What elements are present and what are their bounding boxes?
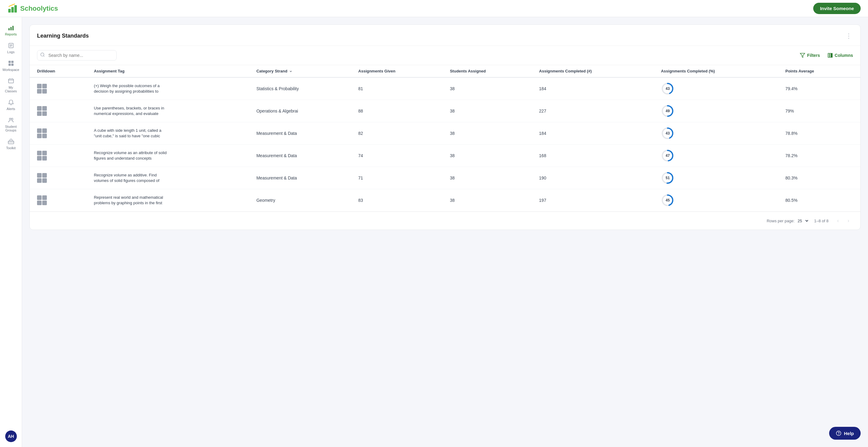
more-options-button[interactable]: ⋮ bbox=[844, 31, 853, 41]
drilldown-icon[interactable] bbox=[37, 195, 47, 205]
columns-icon bbox=[827, 53, 833, 58]
completed-num-cell: 190 bbox=[534, 167, 656, 189]
sidebar-item-my-classes-label: My Classes bbox=[2, 85, 20, 93]
table-row: Recognize volume as an attribute of soli… bbox=[30, 145, 860, 167]
tag-cell: Use parentheses, brackets, or braces in … bbox=[89, 100, 252, 122]
sidebar-item-alerts[interactable]: Alerts bbox=[1, 97, 21, 113]
invite-someone-button[interactable]: Invite Someone bbox=[813, 3, 861, 14]
toolkit-icon bbox=[8, 138, 14, 145]
points-avg-cell: 78.8% bbox=[780, 122, 860, 145]
svg-point-13 bbox=[9, 118, 11, 120]
students-cell: 38 bbox=[445, 77, 534, 100]
drilldown-icon[interactable] bbox=[37, 129, 47, 138]
points-avg-cell: 78.2% bbox=[780, 145, 860, 167]
reports-icon bbox=[8, 25, 14, 31]
given-cell: 88 bbox=[353, 100, 445, 122]
help-icon bbox=[836, 431, 841, 436]
drilldown-icon[interactable] bbox=[37, 106, 47, 116]
filters-button[interactable]: Filters bbox=[800, 53, 820, 58]
th-assignments-completed-num: Assignments Completed (#) bbox=[534, 65, 656, 77]
points-avg-cell: 80.3% bbox=[780, 167, 860, 189]
table-row: Recognize volume as additive. Find volum… bbox=[30, 167, 860, 189]
completed-pct-cell: 43 bbox=[656, 77, 780, 100]
th-assignment-tag: Assignment Tag bbox=[89, 65, 252, 77]
columns-button[interactable]: Columns bbox=[827, 53, 853, 58]
table-row: Use parentheses, brackets, or braces in … bbox=[30, 100, 860, 122]
given-cell: 81 bbox=[353, 77, 445, 100]
svg-rect-9 bbox=[11, 61, 13, 63]
drilldown-icon[interactable] bbox=[37, 173, 47, 183]
tag-cell: Recognize volume as an attribute of soli… bbox=[89, 145, 252, 167]
pct-label: 51 bbox=[666, 176, 670, 180]
drilldown-icon[interactable] bbox=[37, 151, 47, 161]
svg-rect-2 bbox=[11, 7, 14, 12]
sidebar-item-student-groups[interactable]: Student Groups bbox=[1, 114, 21, 135]
progress-circle: 43 bbox=[661, 82, 674, 95]
completed-pct-cell: 45 bbox=[656, 189, 780, 212]
sidebar-item-my-classes[interactable]: My Classes bbox=[1, 75, 21, 95]
pct-label: 49 bbox=[666, 109, 670, 113]
sidebar-item-logs[interactable]: Logs bbox=[1, 40, 21, 56]
rows-per-page-select[interactable]: 25 50 100 bbox=[796, 218, 809, 224]
category-cell: Measurement & Data bbox=[252, 122, 353, 145]
avatar[interactable]: AH bbox=[5, 431, 17, 442]
category-cell: Operations & Algebrai bbox=[252, 100, 353, 122]
completed-num-cell: 227 bbox=[534, 100, 656, 122]
sidebar-item-reports[interactable]: Reports bbox=[1, 22, 21, 38]
sidebar: Reports Logs Workspace bbox=[0, 17, 22, 447]
help-button[interactable]: Help bbox=[829, 427, 861, 440]
drilldown-icon[interactable] bbox=[37, 84, 47, 94]
sidebar-item-toolkit[interactable]: Toolkit bbox=[1, 136, 21, 152]
svg-rect-15 bbox=[8, 141, 13, 144]
pct-label: 43 bbox=[666, 87, 670, 91]
th-students-assigned: Students Assigned bbox=[445, 65, 534, 77]
drilldown-cell[interactable] bbox=[30, 100, 89, 122]
progress-circle: 45 bbox=[661, 194, 674, 207]
category-cell: Statistics & Probability bbox=[252, 77, 353, 100]
students-cell: 38 bbox=[445, 189, 534, 212]
prev-page-button[interactable]: ‹ bbox=[833, 216, 843, 225]
completed-num-cell: 197 bbox=[534, 189, 656, 212]
pagination: Rows per page: 25 50 100 1–8 of 8 ‹ › bbox=[30, 212, 860, 230]
th-points-average: Points Average bbox=[780, 65, 860, 77]
table-body: (+) Weigh the possible outcomes of a dec… bbox=[30, 77, 860, 212]
next-page-button[interactable]: › bbox=[844, 216, 853, 225]
card-header: Learning Standards ⋮ bbox=[30, 25, 860, 46]
progress-circle: 47 bbox=[661, 149, 674, 162]
th-assignments-completed-pct: Assignments Completed (%) bbox=[656, 65, 780, 77]
learning-standards-card: Learning Standards ⋮ bbox=[29, 25, 861, 230]
search-icon bbox=[40, 52, 45, 58]
filter-icon bbox=[800, 53, 805, 58]
given-cell: 82 bbox=[353, 122, 445, 145]
students-cell: 38 bbox=[445, 145, 534, 167]
pct-label: 45 bbox=[666, 198, 670, 202]
svg-rect-4 bbox=[8, 28, 9, 30]
svg-point-14 bbox=[11, 118, 12, 120]
th-category-strand[interactable]: Category Strand bbox=[252, 65, 353, 77]
toolbar: Filters Columns bbox=[30, 46, 860, 65]
drilldown-cell[interactable] bbox=[30, 77, 89, 100]
drilldown-cell[interactable] bbox=[30, 122, 89, 145]
sidebar-item-workspace[interactable]: Workspace bbox=[1, 58, 21, 74]
given-cell: 71 bbox=[353, 167, 445, 189]
svg-rect-17 bbox=[828, 53, 829, 58]
logo[interactable]: Schoolytics bbox=[7, 3, 58, 14]
drilldown-cell[interactable] bbox=[30, 145, 89, 167]
svg-rect-12 bbox=[8, 79, 13, 83]
given-cell: 74 bbox=[353, 145, 445, 167]
search-input[interactable] bbox=[37, 50, 117, 61]
drilldown-cell[interactable] bbox=[30, 167, 89, 189]
svg-rect-5 bbox=[10, 27, 12, 30]
search-wrap bbox=[37, 50, 117, 61]
page-nav: ‹ › bbox=[833, 216, 853, 225]
drilldown-cell[interactable] bbox=[30, 189, 89, 212]
svg-rect-8 bbox=[8, 61, 10, 63]
given-cell: 83 bbox=[353, 189, 445, 212]
tag-cell: Represent real world and mathematical pr… bbox=[89, 189, 252, 212]
table-header: Drilldown Assignment Tag Category Strand… bbox=[30, 65, 860, 77]
tag-cell: A cube with side length 1 unit, called a… bbox=[89, 122, 252, 145]
th-assignments-given: Assignments Given bbox=[353, 65, 445, 77]
logs-icon bbox=[8, 42, 14, 49]
students-cell: 38 bbox=[445, 167, 534, 189]
pct-label: 43 bbox=[666, 131, 670, 135]
